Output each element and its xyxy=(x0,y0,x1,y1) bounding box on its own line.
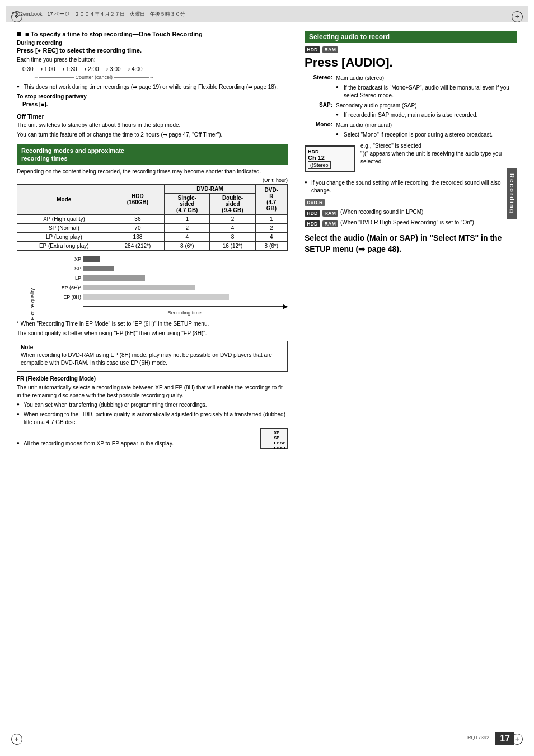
fr-section: FR (Flexible Recording Mode) The unit au… xyxy=(17,375,288,449)
chart-x-label: Recording time xyxy=(81,310,288,316)
td-ss-sp: 2 xyxy=(165,223,210,232)
chart-area: Picture quality XP SP LP EP (6H)* EP (8H… xyxy=(17,255,288,316)
dvdr-section: DVD-R HDD RAM (When recording sound in L… xyxy=(305,199,517,255)
rec-bullet1: This does not work during timer recordin… xyxy=(17,83,288,91)
td-ds-ep: 16 (12*) xyxy=(210,241,255,250)
content-area: ■ To specify a time to stop recording—On… xyxy=(17,31,517,728)
square-icon xyxy=(17,32,21,36)
th-double: Double-sided(9.4 GB) xyxy=(210,193,255,214)
fr-title: FR (Flexible Recording Mode) xyxy=(17,375,288,383)
footnote2: The sound quality is better when using "… xyxy=(17,330,288,337)
bar-ep8h: EP (8H) xyxy=(50,293,288,301)
audio-change-bullet: If you change the sound setting while re… xyxy=(305,179,517,195)
counter-line: 0:30 ⟶ 1:00 ⟶ 1:30 ⟶ 2:00 ⟶ 3:00 ⟶ 4:00 xyxy=(22,66,288,72)
off-timer-body1: The unit switches to standby after about… xyxy=(17,121,288,129)
note-box: Note When recording to DVD-RAM using EP … xyxy=(17,341,288,372)
dvdr-highspeed-row: HDD RAM (When "DVD-R High-Speed Recordin… xyxy=(305,219,517,228)
tv-desc-text: "((" appears when the unit is receiving … xyxy=(360,150,517,166)
fr-bullet3-row: All the recording modes from XP to EP ap… xyxy=(17,428,288,449)
page-number-area: 17 xyxy=(495,732,514,745)
tv-display-box: HDD Ch 12 ((Stereo xyxy=(305,145,355,172)
stereo-row: Stereo: Main audio (stereo) If the broad… xyxy=(305,74,517,100)
stop-partway-label: To stop recording partway xyxy=(17,93,288,100)
fr-display-box: XPSPEP SPEP 6H xyxy=(260,428,288,449)
off-timer-section: Off Timer The unit switches to standby a… xyxy=(17,113,288,139)
td-ss-ep: 8 (6*) xyxy=(165,241,210,250)
mono-content: Main audio (monaural) Select "Mono" if r… xyxy=(336,121,517,139)
badge-hdd: HDD xyxy=(305,46,320,53)
mono-row: Mono: Main audio (monaural) Select "Mono… xyxy=(305,121,517,139)
counter-cancel-label: ←——————— Counter (cancel) ———————→ xyxy=(34,74,288,80)
fr-bullet2: When recording to the HDD, picture quali… xyxy=(17,411,288,426)
stereo-bullet1: If the broadcast is "Mono+SAP", audio wi… xyxy=(336,84,517,100)
fr-bullet3: All the recording modes from XP to EP ap… xyxy=(17,440,255,448)
badge-ram: RAM xyxy=(322,46,339,53)
rec-modes-header: Recording modes and approximate recordin… xyxy=(17,144,288,165)
td-dvdr-lp: 4 xyxy=(255,232,287,241)
th-hdd: HDD(160GB) xyxy=(111,184,165,214)
x-axis-arrow: ▶ xyxy=(283,303,288,310)
th-dvdr: DVD-R(4.7GB) xyxy=(255,184,287,214)
tv-description: e.g., "Stereo" is selected "((" appears … xyxy=(360,142,517,166)
corner-mark-tl: ✛ xyxy=(11,11,22,22)
table-row: XP (High quality) 36 1 2 1 xyxy=(17,214,288,223)
right-column: Selecting audio to record HDD RAM Press … xyxy=(305,31,517,728)
td-hdd-sp: 70 xyxy=(111,223,165,232)
sap-label: SAP: xyxy=(305,102,332,119)
stereo-content: Main audio (stereo) If the broadcast is … xyxy=(336,74,517,100)
th-single: Single-sided(4.7 GB) xyxy=(165,193,210,214)
corner-mark-bl: ✛ xyxy=(11,734,22,745)
td-hdd-xp: 36 xyxy=(111,214,165,223)
bar-xp: XP xyxy=(50,255,288,263)
table-row: EP (Extra long play) 284 (212*) 8 (6*) 1… xyxy=(17,241,288,250)
td-dvdr-xp: 1 xyxy=(255,214,287,223)
mono-bullet1: Select "Mono" if reception is poor durin… xyxy=(336,131,517,139)
bar-sp: SP xyxy=(50,265,288,273)
badge-ram3: RAM xyxy=(322,220,339,227)
rqt-label: RQT7392 xyxy=(467,735,489,740)
td-mode-ep: EP (Extra long play) xyxy=(17,241,111,250)
note-body: When recording to DVD-RAM using EP (8H) … xyxy=(21,351,284,367)
note-title: Note xyxy=(21,344,284,351)
chart-x-axis: ▶ xyxy=(50,303,288,310)
table-row: SP (Normal) 70 2 4 2 xyxy=(17,223,288,232)
badge-dvdr: DVD-R xyxy=(305,199,325,206)
tv-hdd-label: HDD xyxy=(308,149,352,154)
one-touch-section: ■ To specify a time to stop recording—On… xyxy=(17,31,288,109)
header-bar: 7302em.book 17 ページ ２００４年４月２７日 火曜日 午後５時３０… xyxy=(6,6,528,22)
off-timer-title: Off Timer xyxy=(17,113,288,120)
tv-display-area: HDD Ch 12 ((Stereo e.g., "Stereo" is sel… xyxy=(305,142,517,176)
mono-label: Mono: xyxy=(305,121,332,139)
off-timer-body2: You can turn this feature off or change … xyxy=(17,131,288,139)
dvdr-badge-row: DVD-R xyxy=(305,199,517,206)
th-dvdram: DVD-RAM xyxy=(165,184,255,193)
td-hdd-lp: 138 xyxy=(111,232,165,241)
td-ds-sp: 4 xyxy=(210,223,255,232)
during-recording-label: During recording xyxy=(17,40,288,46)
td-hdd-ep: 284 (212*) xyxy=(111,241,165,250)
stereo-label: Stereo: xyxy=(305,74,332,100)
mono-text: Main audio (monaural) xyxy=(336,121,517,129)
audio-section-header: Selecting audio to record xyxy=(305,31,517,43)
chart-y-label: Picture quality xyxy=(30,288,35,320)
badge-ram2: RAM xyxy=(322,210,339,217)
press-stop-text: Press [■]. xyxy=(17,101,288,109)
sap-bullet1: If recorded in SAP mode, main audio is a… xyxy=(336,111,517,119)
rec-modes-table: Mode HDD(160GB) DVD-RAM DVD-R(4.7GB) Sin… xyxy=(17,184,288,251)
press-audio-label: Press [AUDIO]. xyxy=(305,55,517,70)
fr-display-text: XPSPEP SPEP 6H xyxy=(274,430,286,450)
td-dvdr-ep: 8 (6*) xyxy=(255,241,287,250)
sap-content: Secondary audio program (SAP) If recorde… xyxy=(336,102,517,119)
td-dvdr-sp: 2 xyxy=(255,223,287,232)
table-row: LP (Long play) 138 4 8 4 xyxy=(17,232,288,241)
press-rec-line: Press [● REC] to select the recording ti… xyxy=(17,47,288,54)
td-ss-lp: 4 xyxy=(165,232,210,241)
fr-body: The unit automatically selects a recordi… xyxy=(17,384,288,400)
bar-lp: LP xyxy=(50,274,288,282)
td-ds-xp: 2 xyxy=(210,214,255,223)
dvdr-lpcm-text: (When recording sound in LPCM) xyxy=(340,208,423,216)
rec-modes-table-container: (Unit: hour) Mode HDD(160GB) DVD-RAM DVD… xyxy=(17,177,288,251)
dvdr-highspeed-text: (When "DVD-R High-Speed Recording" is se… xyxy=(340,219,474,227)
header-text: 7302em.book 17 ページ ２００４年４月２７日 火曜日 午後５時３０… xyxy=(12,11,185,18)
one-touch-title: ■ To specify a time to stop recording—On… xyxy=(17,31,288,37)
